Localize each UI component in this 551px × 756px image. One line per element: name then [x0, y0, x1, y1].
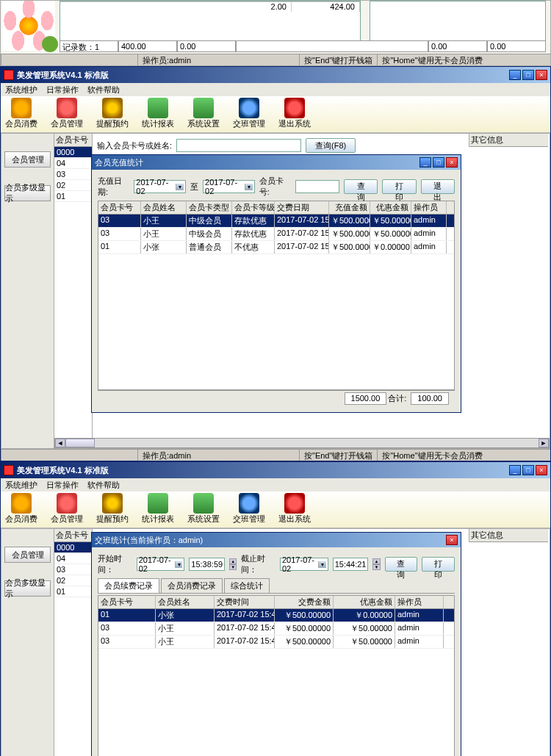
chevron-down-icon[interactable]: ▾ [176, 184, 184, 190]
recharge-dialog-title: 会员充值统计 _ □ × [92, 155, 461, 170]
tool-remind[interactable]: 提醒预约 [96, 493, 129, 526]
col-date: 交费日期 [275, 201, 329, 214]
tab-renew[interactable]: 会员续费记录 [98, 578, 159, 593]
member-row[interactable]: 03 [54, 169, 92, 180]
shift-start-label: 开始时间： [98, 553, 132, 575]
recharge-grid: 会员卡号 会员姓名 会员卡类型 会员卡等级 交费日期 充值金额 优惠金额 操作员… [98, 201, 455, 390]
spin-down-icon: ▼ [229, 564, 237, 570]
shift-query-button[interactable]: 查询 [385, 557, 418, 572]
dialog-maximize-button[interactable]: □ [433, 157, 444, 168]
table-cell: 2017-07-02 15:43 [215, 609, 275, 622]
dialog-close-button[interactable]: × [446, 157, 458, 168]
menu-daily[interactable]: 日常操作 [46, 84, 79, 95]
recharge-card-input[interactable] [295, 180, 339, 193]
recharge-query-button[interactable]: 查询 [344, 179, 378, 194]
recharge-exit-button[interactable]: 退出 [421, 179, 455, 194]
recharge-date-from[interactable]: 2017-07-02▾ [134, 180, 186, 193]
time-spinner[interactable]: ▲▼ [229, 558, 237, 570]
coins-icon [11, 98, 32, 118]
member-list-2: 会员卡号 0000 04 03 02 01 [54, 529, 93, 756]
scroll-left-icon[interactable]: ◄ [55, 439, 65, 447]
table-row[interactable]: 01小张2017-07-02 15:43￥500.00000￥0.00000ad… [98, 609, 454, 622]
maximize-button[interactable]: □ [522, 70, 534, 80]
scroll-right-icon[interactable]: ► [539, 439, 549, 447]
member-row[interactable]: 02 [54, 575, 92, 586]
tool-settings[interactable]: 系统设置 [187, 98, 220, 131]
member-row[interactable]: 01 [54, 586, 92, 597]
tool-member-manage[interactable]: 会员管理 [51, 98, 83, 131]
member-row[interactable]: 02 [54, 180, 92, 191]
maximize-button[interactable]: □ [522, 465, 534, 475]
recharge-date-label: 充值日期: [98, 176, 129, 198]
shift-end-date[interactable]: 2017-07-02▾ [280, 558, 328, 571]
member-row[interactable]: 03 [54, 564, 92, 575]
tool-label-4: 统计报表 [142, 118, 174, 129]
minimize-button[interactable]: _ [509, 70, 521, 80]
tool-shift[interactable]: 交班管理 [233, 493, 265, 526]
side-member-manage[interactable]: 会员管理 [4, 151, 51, 168]
shift-print-button[interactable]: 打印 [422, 557, 455, 572]
table-row[interactable]: 03小王中级会员存款优惠2017-07-02 15:43￥500.00000￥5… [98, 228, 454, 241]
menu-daily[interactable]: 日常操作 [46, 480, 79, 490]
tool-shift[interactable]: 交班管理 [233, 98, 265, 131]
col-time: 交费时间 [215, 596, 275, 608]
time-spinner[interactable]: ▲▼ [372, 558, 380, 570]
side-multilevel[interactable]: 会员多级显示 [4, 580, 51, 597]
search-input[interactable] [176, 139, 301, 152]
table-cell: ￥500.00000 [275, 609, 334, 622]
member-row[interactable]: 0000 [54, 147, 92, 158]
dialog-close-button[interactable]: × [446, 535, 458, 545]
chevron-down-icon[interactable]: ▾ [175, 561, 182, 568]
scroll-thumb[interactable] [65, 439, 95, 447]
tab-consume[interactable]: 会员消费记录 [161, 578, 223, 593]
member-row[interactable]: 04 [54, 553, 92, 564]
tool-member-consume[interactable]: 会员消费 [5, 493, 37, 526]
tool-exit[interactable]: 退出系统 [278, 98, 311, 131]
search-button[interactable]: 查询(F8) [306, 138, 356, 153]
tool-settings[interactable]: 系统设置 [187, 493, 220, 526]
table-row[interactable]: 03小王2017-07-02 15:44￥500.00000￥50.00000a… [98, 636, 454, 649]
table-row[interactable]: 03小王2017-07-02 15:43￥500.00000￥50.00000a… [98, 622, 454, 636]
member-row[interactable]: 0000 [54, 542, 92, 553]
col-type: 会员卡类型 [187, 201, 232, 214]
shift-dialog-title: 交班统计(当前操作员：admin) × [92, 533, 461, 547]
menu-help[interactable]: 软件帮助 [87, 84, 120, 95]
close-button[interactable]: × [536, 70, 547, 80]
side-member-manage[interactable]: 会员管理 [4, 547, 51, 563]
tool-exit[interactable]: 退出系统 [278, 493, 311, 526]
shift-start-date[interactable]: 2017-07-02▾ [137, 558, 185, 571]
side-multilevel[interactable]: 会员多级显示 [4, 185, 51, 201]
shift-start-time[interactable]: 15:38:59 [189, 558, 225, 571]
chevron-down-icon[interactable]: ▾ [245, 184, 253, 190]
table-row[interactable]: 03小王中级会员存款优惠2017-07-02 15:44￥500.00000￥5… [98, 215, 454, 228]
menu-help[interactable]: 软件帮助 [87, 480, 120, 490]
dialog-minimize-button[interactable]: _ [419, 157, 431, 168]
tab-overall[interactable]: 综合统计 [224, 578, 270, 593]
summary-spacer [236, 40, 428, 52]
horizontal-scrollbar-1[interactable]: ◄ ► [54, 438, 550, 448]
table-cell: admin [395, 636, 444, 648]
chevron-down-icon[interactable]: ▾ [318, 561, 325, 568]
tool-member-manage[interactable]: 会员管理 [51, 493, 83, 526]
status-hint1-1: 按"End"键打开钱箱 [299, 450, 377, 461]
tool-label-3: 提醒预约 [96, 514, 129, 525]
tool-report[interactable]: 统计报表 [142, 493, 174, 526]
menu-system[interactable]: 系统维护 [5, 84, 37, 95]
member-row[interactable]: 04 [54, 158, 92, 169]
col-operator: 操作员 [395, 596, 444, 608]
report-icon [148, 98, 168, 118]
minimize-button[interactable]: _ [509, 465, 521, 475]
shift-end-time[interactable]: 15:44:21 [333, 558, 369, 571]
tool-report[interactable]: 统计报表 [142, 98, 174, 131]
tool-member-consume[interactable]: 会员消费 [5, 98, 37, 131]
close-button[interactable]: × [536, 465, 547, 475]
table-cell: 2017-07-02 15:43 [275, 228, 329, 240]
recharge-date-to[interactable]: 2017-07-02▾ [203, 180, 255, 193]
recharge-print-button[interactable]: 打印 [382, 179, 416, 194]
member-row[interactable]: 01 [54, 191, 92, 202]
col-amount: 充值金额 [329, 201, 370, 214]
app-title-1: 美发管理系统V4.1 标准版 [17, 70, 509, 81]
table-row[interactable]: 01小张普通会员不优惠2017-07-02 15:43￥500.00000￥0.… [98, 241, 454, 254]
tool-remind[interactable]: 提醒预约 [96, 98, 129, 131]
menu-system[interactable]: 系统维护 [5, 480, 37, 490]
